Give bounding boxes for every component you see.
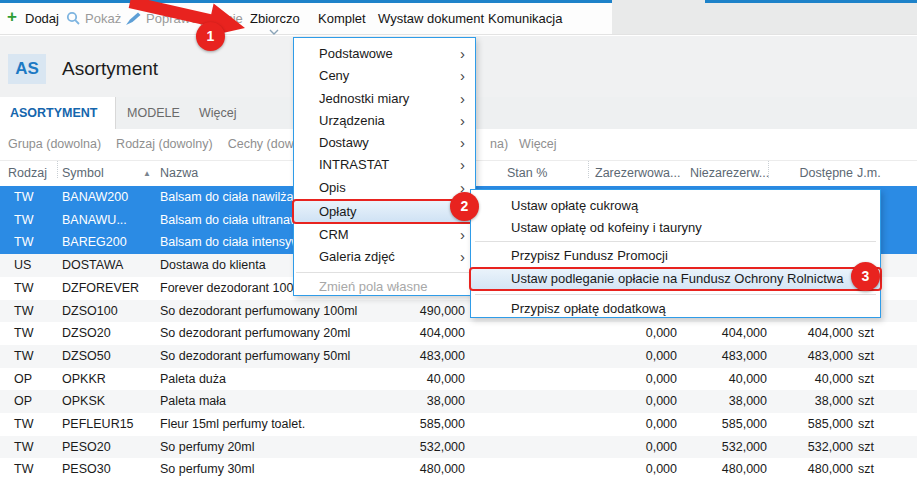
submenu-arrow-icon: › bbox=[460, 65, 465, 87]
column-rodzaj[interactable]: Rodzaj bbox=[8, 161, 47, 186]
cell-rodzaj: OP bbox=[14, 368, 56, 391]
chevron-down-icon bbox=[268, 25, 280, 33]
menu-item-crm[interactable]: CRM› bbox=[294, 224, 475, 246]
menu-item-intrastat[interactable]: INTRASTAT› bbox=[294, 154, 475, 176]
communication-button[interactable]: Komunikacja bbox=[488, 3, 562, 34]
table-row[interactable]: OPOPKSKPaleta mała38,0000,00038,00038,00… bbox=[0, 390, 917, 413]
cell-symbol: PESO30 bbox=[62, 458, 156, 481]
show-button[interactable]: Pokaż bbox=[85, 3, 121, 34]
menu-item-podstawowe[interactable]: Podstawowe› bbox=[294, 43, 475, 65]
filter-partial[interactable]: na) bbox=[490, 129, 508, 160]
cell-symbol: OPKKR bbox=[62, 368, 156, 391]
menu-item-label: Urządzenia bbox=[319, 110, 385, 132]
table-row[interactable]: TWDZSO20So dezodorant perfumowany 20ml40… bbox=[0, 322, 917, 345]
cell-rodzaj: TW bbox=[14, 322, 56, 345]
step-1-badge: 1 bbox=[196, 22, 225, 51]
cell-symbol: BANAW200 bbox=[62, 186, 156, 209]
menu-item-label: Jednostki miary bbox=[319, 88, 409, 110]
issue-document-button[interactable]: Wystaw dokument bbox=[378, 3, 484, 34]
submenu-arrow-icon: › bbox=[460, 88, 465, 110]
submenu-arrow-icon: › bbox=[460, 154, 465, 176]
submenu-arrow-icon: › bbox=[460, 43, 465, 65]
cell-symbol: DZSO20 bbox=[62, 322, 156, 345]
table-row[interactable]: TWPESO30So perfumy 30ml480,0000,000480,0… bbox=[0, 458, 917, 481]
page-title: Asortyment bbox=[62, 58, 158, 80]
add-button[interactable]: Dodaj bbox=[25, 3, 59, 34]
cell-symbol: DZSO50 bbox=[62, 345, 156, 368]
cell-stan: 38,000 bbox=[365, 390, 465, 413]
cell-niezarez: 585,000 bbox=[667, 413, 767, 436]
table-row[interactable]: TWPEFLEUR15Fleur 15ml perfumy toalet.585… bbox=[0, 413, 917, 436]
cell-dostepne: 532,000 bbox=[753, 436, 853, 459]
sort-ascending-icon: ▲ bbox=[143, 161, 151, 186]
cell-zarez: 0,000 bbox=[577, 390, 677, 413]
submenu-item-przypisz-fundusz-promocji[interactable]: Przypisz Fundusz Promocji bbox=[471, 245, 880, 267]
table-row[interactable]: TWPESO20So perfumy 20ml532,0000,000532,0… bbox=[0, 436, 917, 459]
cell-zarez: 0,000 bbox=[577, 458, 677, 481]
menu-item-jednostki-miary[interactable]: Jednostki miary› bbox=[294, 88, 475, 110]
filter-grupa[interactable]: Grupa (dowolna) bbox=[8, 129, 101, 160]
table-row[interactable]: OPOPKKRPaleta duża40,0000,00040,00040,00… bbox=[0, 368, 917, 391]
cell-symbol: BAREG200 bbox=[62, 231, 156, 254]
filter-cechy[interactable]: Cechy (dow bbox=[228, 129, 294, 160]
cell-symbol: DZSO100 bbox=[62, 300, 156, 323]
cell-rodzaj: TW bbox=[14, 186, 56, 209]
cell-zarez: 0,000 bbox=[577, 322, 677, 345]
column-divider bbox=[57, 161, 58, 178]
cell-niezarez: 480,000 bbox=[667, 458, 767, 481]
cell-jm: szt bbox=[858, 436, 874, 459]
menu-item-label: INTRASTAT bbox=[319, 154, 389, 176]
cell-stan: 483,000 bbox=[365, 345, 465, 368]
filter-wiecej[interactable]: Więcej bbox=[519, 129, 557, 160]
tab-modele[interactable]: MODELE bbox=[127, 97, 180, 129]
cell-rodzaj: US bbox=[14, 254, 56, 277]
cell-rodzaj: TW bbox=[14, 458, 56, 481]
cell-niezarez: 40,000 bbox=[667, 368, 767, 391]
submenu-arrow-icon: › bbox=[460, 246, 465, 268]
menu-separator bbox=[475, 241, 876, 242]
cell-rodzaj: TW bbox=[14, 345, 56, 368]
column-symbol[interactable]: Symbol bbox=[62, 161, 104, 186]
cell-dostepne: 480,000 bbox=[753, 458, 853, 481]
tab-asortyment[interactable]: ASORTYMENT bbox=[0, 97, 116, 129]
menu-separator bbox=[475, 294, 876, 295]
filter-rodzaj[interactable]: Rodzaj (dowolny) bbox=[116, 129, 213, 160]
table-row[interactable]: TWDZSO50So dezodorant perfumowany 50ml48… bbox=[0, 345, 917, 368]
menu-item-zmien-pola-wlasne[interactable]: Zmień pola własne bbox=[294, 276, 475, 298]
app-window: + Dodaj Pokaż Popraw Operacje Zbiorczo K… bbox=[0, 0, 917, 489]
cell-niezarez: 532,000 bbox=[667, 436, 767, 459]
menu-item-ceny[interactable]: Ceny› bbox=[294, 65, 475, 87]
submenu-item-ustaw-oplate-cukrowa[interactable]: Ustaw opłatę cukrową bbox=[471, 195, 880, 217]
cell-symbol: BANAWU... bbox=[62, 209, 156, 232]
submenu-item-ustaw-oplate-kofeina[interactable]: Ustaw opłatę od kofeiny i tauryny bbox=[471, 217, 880, 239]
menu-item-label: Dostawy bbox=[319, 132, 369, 154]
column-nazwa[interactable]: Nazwa bbox=[160, 161, 198, 186]
tab-wiecej[interactable]: Więcej bbox=[199, 97, 237, 129]
cell-dostepne: 483,000 bbox=[753, 345, 853, 368]
cell-rodzaj: TW bbox=[14, 277, 56, 300]
cell-symbol: DZFOREVER bbox=[62, 277, 156, 300]
column-jm[interactable]: J.m. bbox=[857, 161, 881, 186]
cell-symbol: PEFLEUR15 bbox=[62, 413, 156, 436]
menu-item-opis[interactable]: Opis› bbox=[294, 177, 475, 199]
cell-stan: 40,000 bbox=[365, 368, 465, 391]
add-plus-icon: + bbox=[7, 9, 17, 25]
submenu-arrow-icon: › bbox=[460, 132, 465, 154]
submenu-item-przypisz-oplate-dodatkowa[interactable]: Przypisz opłatę dodatkową bbox=[471, 298, 880, 320]
cell-zarez: 0,000 bbox=[577, 436, 677, 459]
cell-rodzaj: OP bbox=[14, 390, 56, 413]
cell-symbol: DOSTAWA bbox=[62, 254, 156, 277]
cell-niezarez: 38,000 bbox=[667, 390, 767, 413]
toolbar-empty-area bbox=[612, 3, 917, 34]
menu-item-label: CRM bbox=[319, 224, 349, 246]
step-3-badge: 3 bbox=[851, 262, 880, 291]
column-stan-pct[interactable]: Stan % bbox=[507, 161, 547, 186]
menu-item-urzadzenia[interactable]: Urządzenia› bbox=[294, 110, 475, 132]
column-zarezerwowane[interactable]: Zarezerwowa... bbox=[595, 161, 680, 186]
kit-button[interactable]: Komplet bbox=[318, 3, 366, 34]
menu-item-dostawy[interactable]: Dostawy› bbox=[294, 132, 475, 154]
submenu-arrow-icon: › bbox=[460, 224, 465, 246]
menu-item-galeria-zdjec[interactable]: Galeria zdjęć› bbox=[294, 246, 475, 268]
cell-rodzaj: TW bbox=[14, 413, 56, 436]
submenu-item-fundusz-ochrony-rolnictwa[interactable]: Ustaw podleganie opłacie na Fundusz Ochr… bbox=[469, 267, 882, 291]
